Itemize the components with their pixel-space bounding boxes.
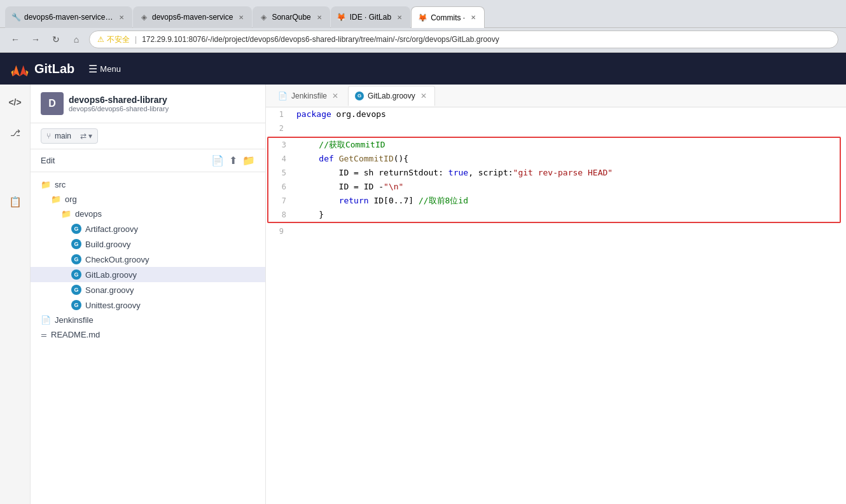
tree-label-gitlab: GitLab.groovy [85, 270, 137, 280]
line-number-6: 6 [268, 180, 294, 194]
browser-tab-1[interactable]: 🔧 devops6-maven-service_CI [Je... ✕ [5, 6, 132, 28]
sidebar-repo-name: devops6-shared-library [69, 95, 255, 105]
line-content-5: ID = sh returnStdout: true, script:"git … [294, 166, 840, 180]
code-editor[interactable]: 1 package org.devops 2 3 //获取CommitID 4 [266, 107, 846, 504]
tab-label-5: Commits · [431, 13, 465, 22]
main-layout: </> ⎇ 📋 D devops6-shared-library devops6… [0, 85, 846, 504]
forward-button[interactable]: → [28, 32, 43, 47]
sidebar-actions: Edit 📄 ⬆ 📁 [31, 149, 265, 172]
address-bar-row: ← → ↻ ⌂ ⚠ 不安全 | 172.29.9.101:8076/-/ide/… [0, 28, 846, 53]
line-content-2 [291, 121, 846, 135]
tree-item-readme[interactable]: ⚌ README.md [31, 327, 265, 342]
gitlab-logo[interactable]: GitLab [10, 59, 74, 78]
tree-item-src[interactable]: 📁 src [31, 177, 265, 192]
tree-item-build[interactable]: G Build.groovy [31, 236, 265, 252]
browser-tab-5[interactable]: 🦊 Commits · ✕ [411, 6, 485, 28]
git-icon-btn[interactable]: ⎇ [5, 123, 25, 143]
gitlab-tab-label: GitLab.groovy [368, 92, 415, 100]
tree-item-sonar[interactable]: G Sonar.groovy [31, 282, 265, 297]
branch-name: main [55, 132, 71, 140]
gitlab-header: GitLab ☰ Menu [0, 53, 846, 85]
browser-tab-2[interactable]: ◈ devops6-maven-service ✕ [133, 6, 252, 28]
tab-label-4: IDE · GitLab [350, 13, 391, 22]
tree-label-readme: README.md [51, 330, 100, 339]
clipboard-icon-btn[interactable]: 📋 [5, 191, 25, 212]
tab-close-1[interactable]: ✕ [117, 13, 126, 22]
groovy-icon-build: G [71, 239, 81, 249]
branch-icon: ⑂ [46, 132, 51, 140]
tree-item-org[interactable]: 📁 org [31, 192, 265, 207]
clipboard-icon: 📋 [9, 196, 22, 208]
tree-label-jenkinsfile: Jenkinsfile [55, 315, 94, 325]
sidebar-header: D devops6-shared-library devops6/devops6… [31, 85, 265, 123]
line-content-6: ID = ID -"\n" [294, 180, 840, 194]
sidebar: D devops6-shared-library devops6/devops6… [31, 85, 266, 504]
source-control-icon: </> [8, 97, 21, 107]
code-line-5: 5 ID = sh returnStdout: true, script:"gi… [268, 166, 840, 180]
address-url: 172.29.9.101:8076/-/ide/project/devops6/… [142, 35, 499, 44]
code-line-1: 1 package org.devops [266, 107, 846, 121]
reload-button[interactable]: ↻ [48, 32, 64, 47]
upload-icon[interactable]: ⬆ [229, 154, 237, 167]
jenkinsfile-tab-close[interactable]: ✕ [331, 92, 340, 100]
address-separator: | [135, 35, 137, 44]
code-line-8: 8 } [268, 208, 840, 222]
editor-area: 📄 Jenkinsfile ✕ G GitLab.groovy ✕ 1 pack… [266, 85, 846, 504]
line-number-8: 8 [268, 208, 294, 222]
editor-tab-jenkinsfile[interactable]: 📄 Jenkinsfile ✕ [271, 86, 347, 106]
branch-selector[interactable]: ⑂ main ⇄ ▾ [41, 128, 98, 144]
tree-label-checkout: CheckOut.groovy [85, 255, 149, 264]
tab-close-3[interactable]: ✕ [315, 13, 324, 22]
back-button[interactable]: ← [8, 32, 23, 47]
line-number-3: 3 [268, 138, 294, 152]
readme-icon: ⚌ [41, 330, 47, 339]
address-input[interactable]: ⚠ 不安全 | 172.29.9.101:8076/-/ide/project/… [89, 31, 838, 48]
tab-favicon-2: ◈ [139, 13, 148, 22]
git-branch-icon: ⎇ [10, 128, 20, 138]
line-content-7: return ID[0..7] //取前8位id [294, 194, 840, 208]
tab-close-4[interactable]: ✕ [395, 13, 404, 22]
tree-label-sonar: Sonar.groovy [85, 285, 134, 295]
gitlab-tab-icon: G [355, 92, 364, 100]
tab-close-2[interactable]: ✕ [237, 13, 246, 22]
gitlab-tab-close[interactable]: ✕ [419, 92, 428, 100]
new-file-icon[interactable]: 📄 [211, 154, 224, 167]
menu-button[interactable]: ☰ Menu [82, 59, 127, 79]
code-line-6: 6 ID = ID -"\n" [268, 180, 840, 194]
folder-icon-src: 📁 [41, 180, 51, 189]
code-line-4: 4 def GetCommitID(){ [268, 152, 840, 166]
tree-item-gitlab[interactable]: G GitLab.groovy [31, 267, 265, 282]
tree-label-build: Build.groovy [85, 240, 131, 249]
line-number-7: 7 [268, 194, 294, 208]
tree-item-checkout[interactable]: G CheckOut.groovy [31, 252, 265, 267]
tree-label-org: org [65, 194, 77, 204]
tab-close-5[interactable]: ✕ [469, 13, 478, 22]
tree-item-artifact[interactable]: G Artifact.groovy [31, 221, 265, 236]
tab-label-3: SonarQube [272, 13, 310, 22]
tab-favicon-4: 🦊 [337, 13, 346, 22]
new-folder-icon[interactable]: 📁 [242, 154, 255, 167]
folder-icon-devops: 📁 [61, 209, 71, 219]
tree-item-unittest[interactable]: G Unittest.groovy [31, 297, 265, 313]
browser-tab-3[interactable]: ◈ SonarQube ✕ [253, 6, 329, 28]
code-line-9: 9 [266, 224, 846, 238]
sidebar-repo-path: devops6/devops6-shared-library [69, 105, 255, 112]
source-control-icon-btn[interactable]: </> [5, 92, 25, 112]
home-button[interactable]: ⌂ [69, 32, 84, 47]
line-content-1: package org.devops [291, 107, 846, 121]
browser-tab-4[interactable]: 🦊 IDE · GitLab ✕ [331, 6, 410, 28]
editor-tab-gitlab[interactable]: G GitLab.groovy ✕ [348, 86, 435, 106]
jenkinsfile-tab-icon: 📄 [278, 92, 288, 100]
groovy-icon-unittest: G [71, 300, 81, 310]
tree-item-jenkinsfile[interactable]: 📄 Jenkinsfile [31, 313, 265, 327]
action-icons: 📄 ⬆ 📁 [211, 154, 255, 167]
tab-label-1: devops6-maven-service_CI [Je... [24, 13, 113, 22]
groovy-icon-sonar: G [71, 285, 81, 295]
line-content-9 [291, 224, 846, 238]
line-number-1: 1 [266, 107, 291, 121]
tree-item-devops[interactable]: 📁 devops [31, 207, 265, 221]
folder-icon-org: 📁 [51, 194, 61, 204]
browser-tabs-bar: 🔧 devops6-maven-service_CI [Je... ✕ ◈ de… [5, 0, 841, 27]
groovy-icon-artifact: G [71, 224, 81, 234]
file-tree: 📁 src 📁 org 📁 devops G Artifact.groovy G [31, 172, 265, 347]
